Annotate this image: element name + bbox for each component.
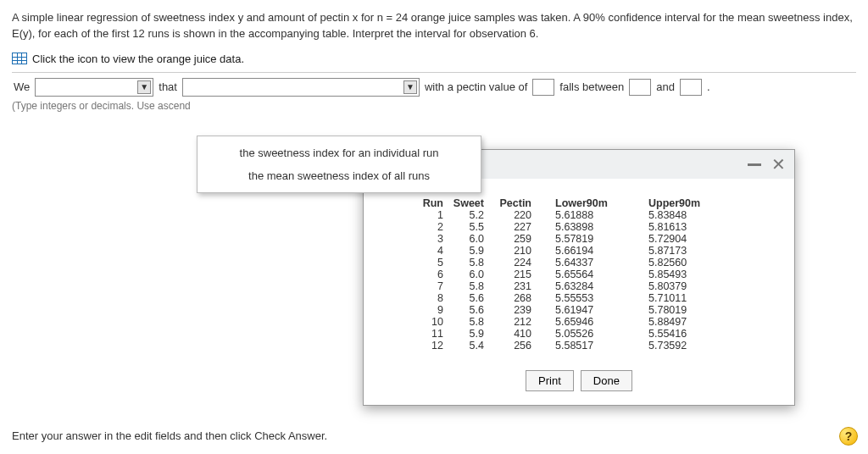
dropdown-option-individual[interactable]: the sweetness index for an individual ru… — [198, 141, 481, 164]
close-icon[interactable]: ✕ — [771, 154, 786, 174]
text-we: We — [14, 80, 30, 93]
dropdown-parameter[interactable]: ▼ — [182, 78, 420, 97]
table-row: 36.02595.578195.72904 — [418, 233, 740, 245]
question-text: A simple linear regression of sweetness … — [12, 10, 856, 42]
table-row: 115.94105.055265.55416 — [418, 328, 740, 340]
table-row: 45.92105.661945.87173 — [418, 245, 740, 257]
text-with-pectin: with a pectin value of — [425, 80, 527, 93]
col-upper: Upper90m — [630, 197, 723, 209]
help-button[interactable]: ? — [839, 427, 858, 446]
table-row: 55.82245.643375.82560 — [418, 257, 740, 269]
bottom-instruction: Enter your answer in the edit fields and… — [12, 429, 327, 442]
dropdown-parameter-menu: the sweetness index for an individual ru… — [197, 136, 481, 193]
data-link[interactable]: Click the icon to view the orange juice … — [12, 53, 856, 65]
pectin-value-input[interactable] — [532, 79, 554, 96]
text-falls-between: falls between — [559, 80, 624, 93]
chevron-down-icon: ▼ — [403, 80, 417, 94]
table-row: 75.82315.632845.80379 — [418, 280, 740, 292]
print-button[interactable]: Print — [526, 370, 574, 391]
text-that: that — [159, 80, 177, 93]
table-row: 15.22205.618885.83848 — [418, 209, 740, 221]
divider — [12, 72, 856, 73]
table-row: 85.62685.555535.71011 — [418, 292, 740, 304]
data-table: Run Sweet Pectin Lower90m Upper90m 15.22… — [418, 197, 740, 352]
table-header-row: Run Sweet Pectin Lower90m Upper90m — [418, 197, 740, 209]
minimize-icon[interactable] — [748, 163, 761, 166]
dropdown-option-mean[interactable]: the mean sweetness index of all runs — [198, 164, 481, 187]
text-period: . — [707, 80, 710, 93]
table-row: 25.52275.638985.81613 — [418, 221, 740, 233]
table-row: 66.02155.655645.85493 — [418, 269, 740, 280]
table-row: 125.42565.585175.73592 — [418, 340, 740, 352]
text-and: and — [656, 80, 675, 93]
chevron-down-icon: ▼ — [137, 80, 151, 94]
col-pectin: Pectin — [489, 197, 537, 209]
col-sweet: Sweet — [448, 197, 489, 209]
upper-bound-input[interactable] — [680, 79, 702, 96]
answer-sentence: We ▼ that ▼ with a pectin value of falls… — [12, 78, 856, 97]
col-run: Run — [418, 197, 448, 209]
helper-text: (Type integers or decimals. Use ascend — [12, 100, 856, 112]
data-link-label: Click the icon to view the orange juice … — [32, 53, 244, 65]
done-button[interactable]: Done — [581, 370, 632, 391]
dropdown-confidence[interactable]: ▼ — [35, 78, 153, 97]
lower-bound-input[interactable] — [629, 79, 651, 96]
table-icon — [12, 53, 27, 64]
col-lower: Lower90m — [537, 197, 630, 209]
table-row: 95.62395.619475.78019 — [418, 304, 740, 316]
table-row: 105.82125.659465.88497 — [418, 316, 740, 328]
